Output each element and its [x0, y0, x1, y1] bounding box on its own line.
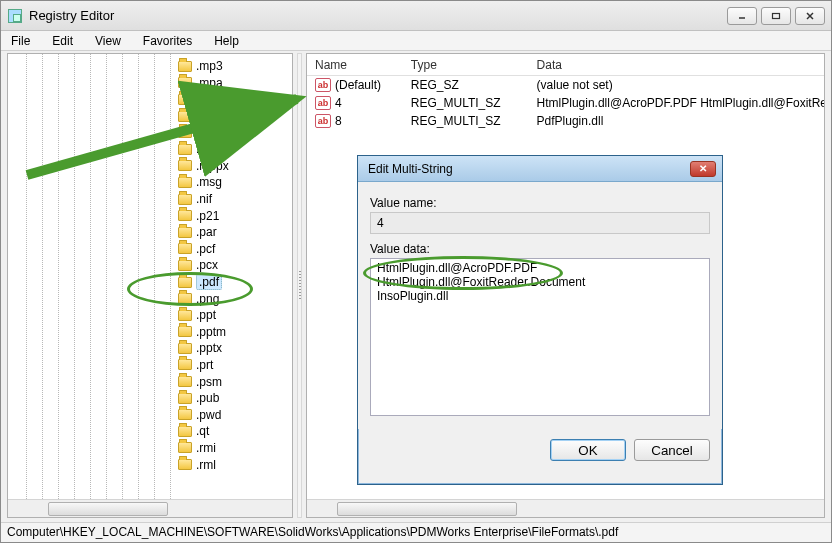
tree-item[interactable]: .mp3: [178, 58, 229, 75]
menu-favorites[interactable]: Favorites: [139, 32, 196, 50]
dialog-title: Edit Multi-String: [364, 162, 690, 176]
tree-item-label: .mppx: [196, 159, 229, 173]
folder-icon: [178, 326, 192, 337]
tree-item[interactable]: .mpg: [178, 124, 229, 141]
tree-item-label: .mp3: [196, 59, 223, 73]
tree-item[interactable]: .msg: [178, 174, 229, 191]
statusbar: Computer\HKEY_LOCAL_MACHINE\SOFTWARE\Sol…: [1, 522, 831, 542]
tree-item[interactable]: .prt: [178, 357, 229, 374]
folder-icon: [178, 376, 192, 387]
tree-hscroll[interactable]: [8, 499, 292, 517]
folder-icon: [178, 177, 192, 188]
tree-item[interactable]: .psm: [178, 373, 229, 390]
cancel-button[interactable]: Cancel: [634, 439, 710, 461]
tree-item[interactable]: .pptx: [178, 340, 229, 357]
folder-icon: [178, 77, 192, 88]
maximize-button[interactable]: [761, 7, 791, 25]
tree-item[interactable]: .mpp: [178, 141, 229, 158]
dialog-close-button[interactable]: ✕: [690, 161, 716, 177]
value-data: HtmlPlugin.dll@AcroPDF.PDF HtmlPlugin.dl…: [529, 96, 824, 110]
tree-list[interactable]: .mp3.mpa.mpe.mpeg.mpg.mpp.mppx.msg.nif.p…: [178, 58, 229, 473]
window-title: Registry Editor: [29, 8, 727, 23]
tree-item[interactable]: .pcf: [178, 241, 229, 258]
folder-icon: [178, 210, 192, 221]
folder-icon: [178, 144, 192, 155]
value-type: REG_SZ: [403, 78, 529, 92]
tree-item[interactable]: .nif: [178, 191, 229, 208]
tree-item[interactable]: .png: [178, 290, 229, 307]
menu-view[interactable]: View: [91, 32, 125, 50]
folder-icon: [178, 160, 192, 171]
menu-help[interactable]: Help: [210, 32, 243, 50]
value-type: REG_MULTI_SZ: [403, 96, 529, 110]
titlebar: Registry Editor: [1, 1, 831, 31]
edit-multistring-dialog: Edit Multi-String ✕ Value name: Value da…: [357, 155, 723, 485]
tree-item-label: .pptm: [196, 325, 226, 339]
menu-edit[interactable]: Edit: [48, 32, 77, 50]
close-button[interactable]: [795, 7, 825, 25]
reg-string-icon: ab: [315, 114, 331, 128]
tree-panel: .mp3.mpa.mpe.mpeg.mpg.mpp.mppx.msg.nif.p…: [7, 53, 293, 518]
tree-item[interactable]: .pcx: [178, 257, 229, 274]
tree-item-label: .pcf: [196, 242, 215, 256]
tree-item-label: .png: [196, 292, 219, 306]
col-data[interactable]: Data: [529, 54, 824, 75]
tree-item[interactable]: .mppx: [178, 158, 229, 175]
tree-item-label: .mpa: [196, 76, 223, 90]
column-headers[interactable]: Name Type Data: [307, 54, 824, 76]
value-name: (Default): [335, 78, 381, 92]
tree-item[interactable]: .ppt: [178, 307, 229, 324]
folder-icon: [178, 393, 192, 404]
tree-item-label: .rml: [196, 458, 216, 472]
tree-item-label: .ppt: [196, 308, 216, 322]
value-name: 8: [335, 114, 342, 128]
values-hscroll[interactable]: [307, 499, 824, 517]
tree-item[interactable]: .mpa: [178, 75, 229, 92]
menubar: File Edit View Favorites Help: [1, 31, 831, 51]
tree-item-label: .msg: [196, 175, 222, 189]
tree-item-label: .pcx: [196, 258, 218, 272]
tree-item-label: .pwd: [196, 408, 221, 422]
tree-item-label: .p21: [196, 209, 219, 223]
tree-item[interactable]: .pwd: [178, 406, 229, 423]
tree-item-label: .par: [196, 225, 217, 239]
tree-item[interactable]: .pub: [178, 390, 229, 407]
reg-string-icon: ab: [315, 96, 331, 110]
folder-icon: [178, 359, 192, 370]
value-row[interactable]: ab(Default)REG_SZ(value not set): [307, 76, 824, 94]
menu-file[interactable]: File: [7, 32, 34, 50]
tree-item[interactable]: .par: [178, 224, 229, 241]
folder-icon: [178, 243, 192, 254]
tree-item[interactable]: .pdf: [178, 274, 229, 291]
value-row[interactable]: ab8REG_MULTI_SZPdfPlugin.dll: [307, 112, 824, 130]
tree-item[interactable]: .p21: [178, 207, 229, 224]
ok-button[interactable]: OK: [550, 439, 626, 461]
tree-item-label: .pub: [196, 391, 219, 405]
tree-item-label: .pptx: [196, 341, 222, 355]
folder-icon: [178, 260, 192, 271]
tree-item[interactable]: .mpeg: [178, 108, 229, 125]
folder-icon: [178, 293, 192, 304]
col-name[interactable]: Name: [307, 54, 403, 75]
tree-item-label: .mpeg: [196, 109, 229, 123]
values-rows[interactable]: ab(Default)REG_SZ(value not set)ab4REG_M…: [307, 76, 824, 130]
folder-icon: [178, 277, 192, 288]
tree-item[interactable]: .qt: [178, 423, 229, 440]
splitter[interactable]: [297, 53, 302, 518]
tree-item[interactable]: .mpe: [178, 91, 229, 108]
tree-item[interactable]: .rmi: [178, 440, 229, 457]
value-type: REG_MULTI_SZ: [403, 114, 529, 128]
tree-item[interactable]: .pptm: [178, 324, 229, 341]
col-type[interactable]: Type: [403, 54, 529, 75]
reg-string-icon: ab: [315, 78, 331, 92]
tree-item[interactable]: .rml: [178, 456, 229, 473]
value-data-textarea[interactable]: [370, 258, 710, 416]
tree-item-label: .rmi: [196, 441, 216, 455]
folder-icon: [178, 459, 192, 470]
value-data-label: Value data:: [370, 242, 710, 256]
value-name-label: Value name:: [370, 196, 710, 210]
value-data: PdfPlugin.dll: [529, 114, 824, 128]
value-row[interactable]: ab4REG_MULTI_SZHtmlPlugin.dll@AcroPDF.PD…: [307, 94, 824, 112]
folder-icon: [178, 343, 192, 354]
minimize-button[interactable]: [727, 7, 757, 25]
